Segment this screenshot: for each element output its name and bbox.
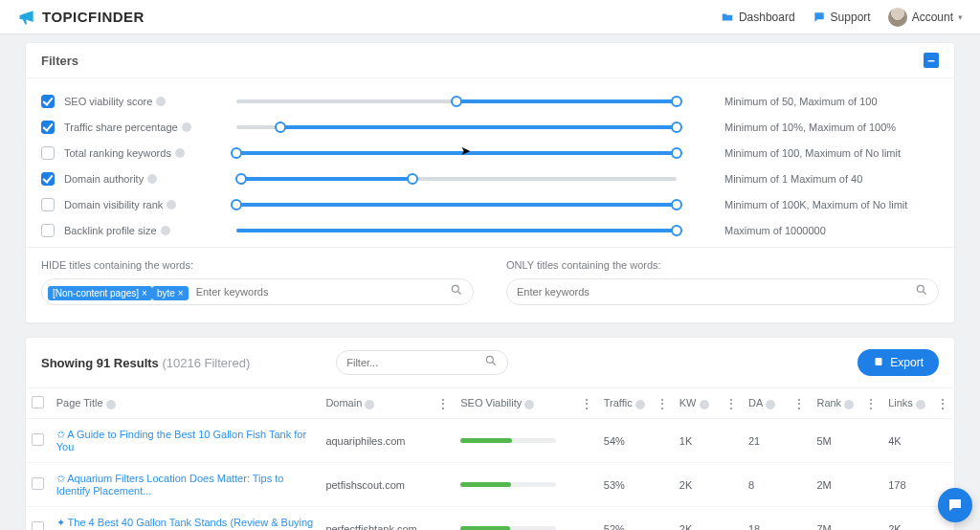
slider-handle-min[interactable] <box>231 147 242 159</box>
range-slider[interactable] <box>236 95 677 108</box>
info-icon[interactable] <box>167 200 176 210</box>
col-traffic[interactable]: Traffic <box>604 397 633 409</box>
chip-remove-icon[interactable]: × <box>178 288 184 298</box>
keyword-chip[interactable]: [Non-content pages] × <box>48 286 152 300</box>
chat-icon <box>947 497 964 514</box>
slider-handle-min[interactable] <box>231 199 242 210</box>
filter-label: Domain authority <box>64 173 236 185</box>
collapse-button[interactable]: − <box>924 53 939 68</box>
search-icon <box>484 354 498 371</box>
brand-logo[interactable]: TOPICFINDER <box>17 8 145 27</box>
results-filter-field[interactable] <box>346 357 484 368</box>
slider-handle-min[interactable] <box>451 96 462 107</box>
cell-domain: aquariphiles.com <box>320 419 432 463</box>
only-keywords-input[interactable] <box>506 278 939 305</box>
info-icon[interactable] <box>635 400 645 409</box>
filter-checkbox[interactable] <box>41 224 55 237</box>
cell-kw: 1K <box>674 419 720 463</box>
info-icon[interactable] <box>766 400 775 409</box>
nav-support[interactable]: Support <box>813 11 871 24</box>
page-title-link[interactable]: The 4 Best 40 Gallon Tank Stands (Review… <box>56 517 313 530</box>
info-icon[interactable] <box>106 400 116 409</box>
chip-remove-icon[interactable]: × <box>142 288 147 298</box>
filter-checkbox[interactable] <box>41 121 55 134</box>
row-checkbox[interactable] <box>32 477 44 490</box>
range-slider[interactable] <box>236 121 677 134</box>
slider-handle-max[interactable] <box>671 199 682 210</box>
keyword-chip[interactable]: byte × <box>152 286 189 300</box>
table-row: ✩ A Guide to Finding the Best 10 Gallon … <box>26 419 954 463</box>
info-icon[interactable] <box>700 400 709 409</box>
filter-range-text: Minimum of 50, Maximum of 100 <box>724 96 878 107</box>
col-viability[interactable]: SEO Viability <box>460 397 522 409</box>
slider-handle-max[interactable] <box>671 225 682 236</box>
filter-row: Traffic share percentage Minimum of 10%,… <box>41 114 939 140</box>
info-icon[interactable] <box>524 400 534 409</box>
slider-handle-max[interactable] <box>671 121 682 133</box>
range-slider[interactable] <box>236 146 677 160</box>
info-icon[interactable] <box>844 400 854 409</box>
results-filter-input[interactable] <box>336 350 508 375</box>
cell-links: 178 <box>882 463 931 507</box>
row-checkbox[interactable] <box>32 521 44 530</box>
svg-line-5 <box>493 363 496 365</box>
col-domain[interactable]: Domain <box>325 397 362 409</box>
hide-keywords-field[interactable] <box>192 286 446 298</box>
nav-dashboard[interactable]: Dashboard <box>721 11 795 24</box>
folder-icon <box>721 11 734 24</box>
export-label: Export <box>890 356 924 369</box>
range-slider[interactable] <box>236 198 677 211</box>
filter-checkbox[interactable] <box>41 146 55 160</box>
filter-checkbox[interactable] <box>41 198 55 211</box>
top-bar: TOPICFINDER Dashboard Support Account ▾ <box>0 0 980 34</box>
col-links[interactable]: Links <box>888 397 913 409</box>
cell-traffic: 52% <box>598 507 651 531</box>
info-icon[interactable] <box>156 97 166 106</box>
range-slider[interactable] <box>236 224 677 237</box>
filter-range-text: Minimum of 1 Maximum of 40 <box>724 173 862 185</box>
only-keywords-field[interactable] <box>513 286 911 298</box>
svg-line-1 <box>458 292 461 295</box>
viability-bar <box>460 438 569 443</box>
export-button[interactable]: Export <box>858 349 939 376</box>
filter-label: Domain visibility rank <box>64 199 236 210</box>
filter-checkbox[interactable] <box>41 95 55 108</box>
page-title-link[interactable]: Aquarium Filters Location Does Matter: T… <box>56 473 284 497</box>
slider-handle-max[interactable] <box>671 147 682 159</box>
star-icon[interactable]: ✩ <box>56 473 65 484</box>
range-slider[interactable] <box>236 172 677 186</box>
info-icon[interactable] <box>147 174 157 184</box>
cell-traffic: 54% <box>598 419 651 463</box>
info-icon[interactable] <box>182 122 191 132</box>
info-icon[interactable] <box>365 400 374 409</box>
info-icon[interactable] <box>175 148 185 158</box>
col-rank[interactable]: Rank <box>816 397 841 409</box>
chat-fab[interactable] <box>938 488 972 522</box>
filter-checkbox[interactable] <box>41 172 55 186</box>
nav-account[interactable]: Account ▾ <box>888 8 963 27</box>
slider-handle-max[interactable] <box>407 173 418 185</box>
filter-label: Backlink profile size <box>64 225 236 236</box>
slider-handle-max[interactable] <box>671 96 682 107</box>
row-checkbox[interactable] <box>32 433 44 446</box>
filters-card: Filters − SEO viability score Minimum of… <box>25 42 955 323</box>
col-kw[interactable]: KW <box>679 397 697 409</box>
export-icon <box>873 356 884 370</box>
col-title[interactable]: Page Title <box>56 397 103 409</box>
mouse-cursor-icon: ➤ <box>460 144 471 158</box>
star-icon[interactable]: ✩ <box>56 429 65 440</box>
slider-handle-min[interactable] <box>275 121 286 133</box>
info-icon[interactable] <box>161 226 170 235</box>
filter-label: Total ranking keywords <box>64 147 236 159</box>
hide-keywords-input[interactable]: [Non-content pages] ×byte × <box>41 278 474 305</box>
results-card: Showing 91 Results (10216 Filtered) Expo… <box>25 337 955 530</box>
info-icon[interactable] <box>916 400 925 409</box>
col-da[interactable]: DA <box>748 397 763 409</box>
select-all-checkbox[interactable] <box>32 396 44 409</box>
page-title-link[interactable]: A Guide to Finding the Best 10 Gallon Fi… <box>56 429 306 453</box>
viability-bar <box>460 526 569 530</box>
avatar <box>888 8 907 27</box>
cell-kw: 2K <box>674 507 720 531</box>
spark-icon: ✦ <box>56 517 65 528</box>
slider-handle-min[interactable] <box>235 173 247 185</box>
